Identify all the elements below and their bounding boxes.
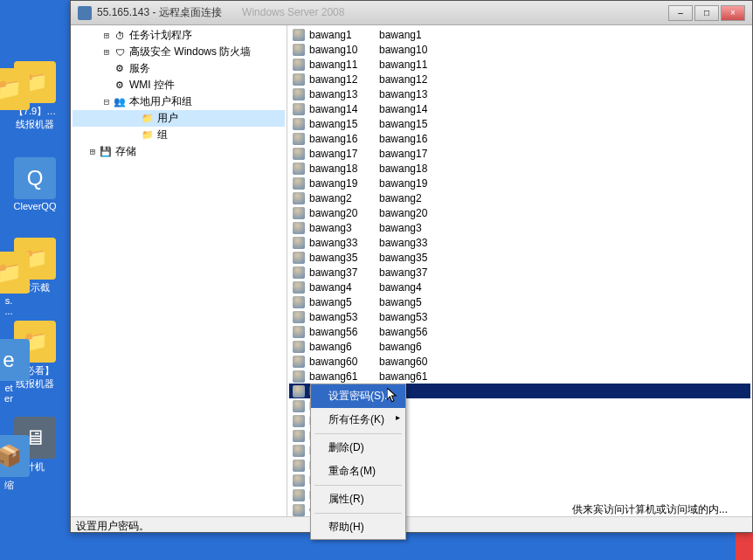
titlebar[interactable]: 55.165.143 - 远程桌面连接 Windows Server 2008 … xyxy=(71,1,752,25)
user-fullname-cell: bawang15 xyxy=(379,118,427,130)
folder-icon: 📁 xyxy=(0,252,30,294)
tree-item-3[interactable]: ⚙WMI 控件 xyxy=(73,77,285,93)
user-row[interactable]: bawang19bawang19 xyxy=(289,176,750,190)
user-name-cell: bawang11 xyxy=(309,59,379,71)
menu-separator xyxy=(314,513,402,514)
user-name-cell: bawang61 xyxy=(309,370,379,383)
tree-item-0[interactable]: ⊞⏱任务计划程序 xyxy=(73,27,285,44)
maximize-button[interactable]: □ xyxy=(694,5,719,21)
desktop-icon-s[interactable]: 📁 s. ... xyxy=(3,252,14,316)
tree-item-7[interactable]: ⊞💾存储 xyxy=(73,143,285,160)
user-fullname-cell: bawang1 xyxy=(379,29,422,41)
minimize-button[interactable]: – xyxy=(668,5,693,21)
tree-item-5[interactable]: 📁用户 xyxy=(73,110,285,127)
tree-item-label: 用户 xyxy=(157,111,178,126)
user-row[interactable]: bawang15bawang15 xyxy=(289,116,750,131)
menu-item-3[interactable]: 删除(D) xyxy=(311,436,405,460)
statusbar: 设置用户密码。 xyxy=(71,516,752,532)
menu-item-6[interactable]: 属性(R) xyxy=(311,487,405,511)
tree-expander-icon[interactable]: ⊞ xyxy=(86,146,99,157)
tree-expander-icon[interactable]: ⊞ xyxy=(100,30,113,41)
user-icon xyxy=(293,222,307,234)
tree-item-1[interactable]: ⊞🛡高级安全 Windows 防火墙 xyxy=(73,44,285,60)
user-row[interactable]: bawang18bawang18 xyxy=(289,161,750,176)
user-fullname-cell: bawang56 xyxy=(379,326,427,338)
tree-expander-icon[interactable]: ⊞ xyxy=(100,46,113,58)
user-row[interactable]: bawang4bawang4 xyxy=(289,280,750,294)
user-name-cell: bawang17 xyxy=(309,148,379,160)
user-row[interactable]: bawang12bawang12 xyxy=(289,72,750,86)
window-title: 55.165.143 - 远程桌面连接 Windows Server 2008 xyxy=(97,5,667,20)
user-icon xyxy=(293,400,307,412)
user-row[interactable]: bawang6bawang6 xyxy=(289,339,750,354)
user-icon xyxy=(293,445,307,457)
user-name-cell: bawang1 xyxy=(309,29,379,41)
menu-item-4[interactable]: 重命名(M) xyxy=(311,460,405,483)
user-fullname-cell: bawang37 xyxy=(379,266,427,279)
tree-node-icon: ⏱ xyxy=(113,29,127,43)
tree-expander-icon[interactable]: ⊟ xyxy=(100,96,113,107)
user-name-cell: bawang37 xyxy=(309,266,379,279)
folder-icon: 📁 xyxy=(0,68,30,110)
user-row[interactable]: bawang20bawang20 xyxy=(289,205,750,220)
user-icon xyxy=(293,133,307,145)
menu-separator xyxy=(314,433,402,434)
close-button[interactable]: × xyxy=(721,5,745,21)
content-area: ⊞⏱任务计划程序⊞🛡高级安全 Windows 防火墙⚙服务⚙WMI 控件⊟👥本地… xyxy=(71,25,752,516)
user-icon xyxy=(293,281,307,294)
user-fullname-cell: bawang14 xyxy=(379,103,427,115)
user-row[interactable]: bawang11bawang11 xyxy=(289,57,750,72)
user-name-cell: bawang33 xyxy=(309,237,379,249)
tree-item-label: 任务计划程序 xyxy=(129,28,192,43)
user-fullname-cell: bawang4 xyxy=(379,281,422,294)
user-row[interactable]: bawang37bawang37 xyxy=(289,265,750,280)
status-text: 设置用户密码。 xyxy=(76,519,149,530)
user-row[interactable]: bawang14bawang14 xyxy=(289,101,750,116)
user-row[interactable]: bawang13bawang13 xyxy=(289,86,750,101)
user-row[interactable]: bawang2bawang2 xyxy=(289,190,750,205)
user-icon xyxy=(293,103,307,115)
user-name-cell: bawang18 xyxy=(309,162,379,175)
user-name-cell: bawang16 xyxy=(309,133,379,145)
user-icon xyxy=(293,118,307,130)
user-row[interactable]: bawang35bawang35 xyxy=(289,250,750,265)
user-name-cell: bawang6 xyxy=(309,341,379,353)
tree-node-icon: 📁 xyxy=(141,112,155,126)
desktop-icon-compress[interactable]: 📦 缩 xyxy=(3,435,14,492)
user-fullname-cell: bawang3 xyxy=(379,222,422,234)
user-row[interactable]: bawang60bawang60 xyxy=(289,354,750,369)
desktop-icon-partial[interactable]: 📁 xyxy=(3,68,14,112)
tree-pane[interactable]: ⊞⏱任务计划程序⊞🛡高级安全 Windows 防火墙⚙服务⚙WMI 控件⊟👥本地… xyxy=(71,25,287,516)
user-name-cell: bawang13 xyxy=(309,88,379,100)
desktop-icon-cleverqq[interactable]: Q CleverQQ xyxy=(3,157,66,211)
tree-node-icon: 👥 xyxy=(113,95,127,109)
menu-item-8[interactable]: 帮助(H) xyxy=(311,515,405,539)
desktop-icon-sublabel: 线报机器 xyxy=(16,118,54,131)
user-row[interactable]: bawang53bawang53 xyxy=(289,309,750,324)
user-icon xyxy=(293,207,307,219)
user-row[interactable]: bawang61bawang61 xyxy=(289,369,750,384)
user-row[interactable]: bawang10bawang10 xyxy=(289,42,750,57)
tree-node-icon: 📁 xyxy=(141,128,155,142)
user-row[interactable]: bawang16bawang16 xyxy=(289,131,750,146)
ie-icon: e xyxy=(0,339,30,381)
menu-item-1[interactable]: 所有任务(K) xyxy=(311,408,405,432)
user-icon xyxy=(293,73,307,86)
tree-item-6[interactable]: 📁组 xyxy=(73,127,285,143)
user-row[interactable]: bawang17bawang17 xyxy=(289,146,750,161)
user-row[interactable]: bawang5bawang5 xyxy=(289,294,750,309)
tree-item-label: 存储 xyxy=(115,144,136,159)
user-row[interactable]: bawang56bawang56 xyxy=(289,324,750,339)
tree-item-2[interactable]: ⚙服务 xyxy=(73,60,285,77)
user-name-cell: bawang4 xyxy=(309,281,379,294)
user-fullname-cell: bawang13 xyxy=(379,88,427,100)
user-icon xyxy=(293,489,307,501)
tree-item-4[interactable]: ⊟👥本地用户和组 xyxy=(73,93,285,110)
user-row[interactable]: bawang1bawang1 xyxy=(289,27,750,42)
user-row[interactable]: bawang33bawang33 xyxy=(289,235,750,250)
user-icon xyxy=(293,237,307,249)
desktop-icon-ie[interactable]: e et er xyxy=(3,339,14,404)
user-icon xyxy=(293,356,307,368)
user-row[interactable]: bawang3bawang3 xyxy=(289,220,750,235)
desktop-icon-label: 缩 xyxy=(4,479,14,492)
